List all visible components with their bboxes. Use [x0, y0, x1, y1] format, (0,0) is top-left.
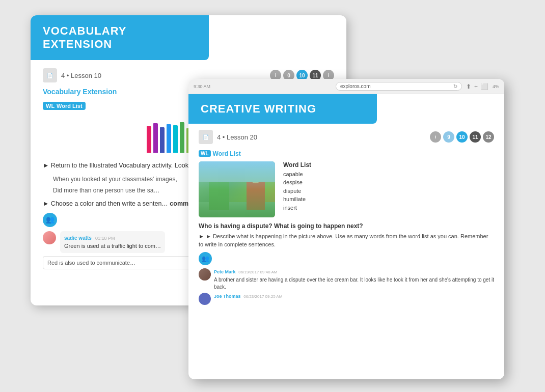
- pencil-2: [160, 127, 165, 153]
- creative-writing-title: CREATIVE WRITING: [201, 102, 316, 115]
- cw-lesson-info: 📄 4 • Lesson 20: [199, 130, 257, 144]
- word-insert: insert: [283, 204, 494, 212]
- cw-word-list-section: Word List capable despise dispute humili…: [283, 161, 494, 217]
- pencil-5: [180, 122, 184, 153]
- address-bar[interactable]: exploros.com ↻: [336, 82, 462, 91]
- pencil-3: [167, 124, 171, 153]
- cw-question-text: Who is having a dispute? What is going t…: [199, 222, 494, 230]
- cw-bubble-1-content: Pete Mark 06/19/2017 09:48 AM A brother …: [214, 268, 494, 291]
- browser-time: 9:30 AM: [194, 84, 210, 89]
- pencil-0: [147, 126, 151, 153]
- vocab-lesson-number: 4 • Lesson 10: [61, 72, 101, 79]
- battery-status: 4%: [493, 84, 499, 89]
- instruction-arrow-1: ►: [43, 162, 49, 169]
- word-capable: capable: [283, 170, 494, 179]
- lesson-icon: 📄: [43, 68, 57, 82]
- word-list-badge[interactable]: WL Word List: [43, 102, 86, 110]
- wl-icon: WL: [46, 103, 54, 109]
- cw-bubble-2-content: Joe Thomas 06/23/2017 09:25 AM: [214, 293, 282, 300]
- vocab-card-title: VOCABULARY EXTENSION: [43, 24, 126, 50]
- word-humiliate: humiliate: [283, 195, 494, 204]
- cw-avatar-joe: [199, 293, 211, 305]
- cw-bubble-2-time: 06/23/2017 09:25 AM: [243, 294, 282, 299]
- word-list-label: Word List: [57, 103, 83, 109]
- cw-bubble-1-author: Pete Mark: [214, 269, 236, 274]
- pencil-4: [173, 125, 178, 153]
- cw-word-list-label: Word List: [213, 150, 241, 157]
- word-dispute: dispute: [283, 187, 494, 195]
- creative-writing-card: 9:30 AM exploros.com ↻ ⬆ + ⬜ 4% CREATIVE…: [188, 79, 504, 379]
- vocab-lesson-info: 📄 4 • Lesson 10: [43, 68, 101, 82]
- bubble-time-1: 01:18 PM: [95, 236, 115, 241]
- cw-main-section: Word List capable despise dispute humili…: [199, 161, 494, 217]
- cw-bubble-1-text: A brother and sister are having a disput…: [214, 276, 494, 291]
- cw-chat-icon: 👥: [199, 252, 212, 265]
- bubble-text-1: Green is used at a traffic light to com…: [64, 242, 161, 250]
- creative-writing-header: CREATIVE WRITING: [188, 94, 377, 124]
- cw-dot-10[interactable]: 10: [456, 131, 468, 143]
- chat-group-icon: 👥: [43, 213, 57, 227]
- add-tab-icon[interactable]: +: [474, 83, 478, 90]
- cw-chat-bubble-1: Pete Mark 06/19/2017 09:48 AM A brother …: [199, 268, 494, 291]
- cw-dot-9[interactable]: 9: [443, 131, 454, 143]
- cw-dot-11[interactable]: 11: [470, 131, 481, 143]
- browser-right-controls: ⬆ + ⬜: [466, 83, 488, 90]
- cw-avatar-pete: [199, 268, 211, 281]
- cw-bubble-1-time: 06/19/2017 09:48 AM: [238, 270, 277, 274]
- cw-dot-i[interactable]: i: [430, 131, 441, 143]
- browser-bar: 9:30 AM exploros.com ↻ ⬆ + ⬜ 4%: [188, 79, 504, 94]
- cw-page-dots: i 9 10 11 12: [430, 131, 494, 143]
- instruction-arrow-2: ►: [43, 200, 49, 207]
- cw-lesson-bar: 📄 4 • Lesson 20 i 9 10 11 12: [199, 130, 494, 144]
- cw-instruction-content: ► Describe what is happening in the pict…: [199, 233, 488, 248]
- vocab-card-header: VOCABULARY EXTENSION: [31, 15, 209, 60]
- cw-chat-bubble-2: Joe Thomas 06/23/2017 09:25 AM: [199, 293, 494, 305]
- cw-dot-12[interactable]: 12: [483, 131, 494, 143]
- tabs-icon[interactable]: ⬜: [481, 83, 488, 90]
- cw-question-section: Who is having a dispute? What is going t…: [199, 222, 494, 305]
- bubble-author-1: sadie watts: [64, 235, 92, 241]
- creative-writing-content: 📄 4 • Lesson 20 i 9 10 11 12 WL Word Lis…: [188, 124, 504, 311]
- word-despise: despise: [283, 178, 494, 187]
- cw-instruction-text: ► ► Describe what is happening in the pi…: [199, 232, 494, 249]
- cw-word-list-title: Word List: [283, 161, 494, 169]
- bubble-content-1: sadie watts 01:18 PM Green is used at a …: [60, 231, 165, 253]
- pencil-1: [153, 123, 158, 153]
- share-icon[interactable]: ⬆: [466, 83, 471, 90]
- reload-icon[interactable]: ↻: [453, 83, 457, 89]
- user-avatar-sadie: [43, 231, 56, 244]
- cw-lesson-icon: 📄: [199, 130, 213, 144]
- cw-wl-icon: WL: [199, 150, 211, 157]
- cw-lesson-number: 4 • Lesson 20: [217, 133, 257, 141]
- cw-word-list-badge[interactable]: WL Word List: [199, 150, 241, 157]
- dispute-image: [199, 161, 275, 217]
- cw-bubble-2-author: Joe Thomas: [214, 294, 241, 299]
- url-text: exploros.com: [340, 83, 370, 89]
